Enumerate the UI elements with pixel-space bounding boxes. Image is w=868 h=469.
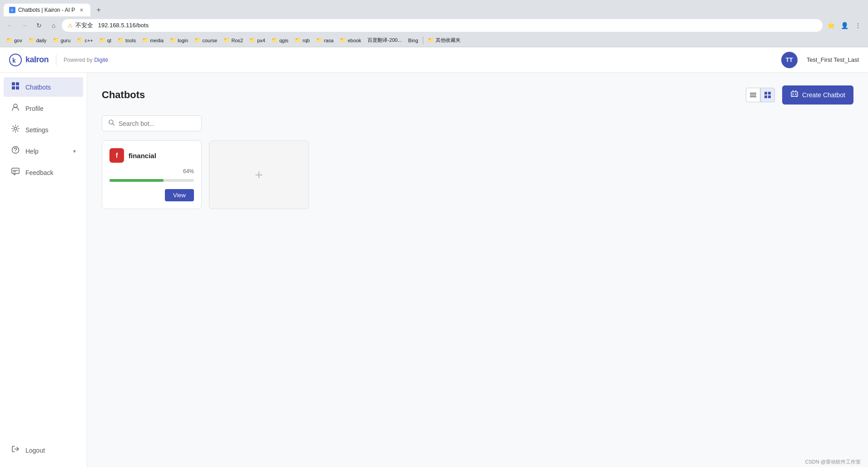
security-icon: ⚠ xyxy=(68,22,73,29)
menu-button[interactable]: ⋮ xyxy=(852,19,864,32)
powered-by: Powered by Digité xyxy=(64,57,108,63)
bookmark-ebook[interactable]: 📁ebook xyxy=(337,36,364,44)
folder-icon: 📁 xyxy=(142,37,149,43)
search-box xyxy=(102,115,202,131)
svg-rect-5 xyxy=(16,86,19,90)
powered-by-link[interactable]: Digité xyxy=(94,57,108,63)
bot-progress-bar-wrap xyxy=(109,179,194,182)
bots-grid: f financial 64% View + xyxy=(102,140,853,209)
forward-button[interactable]: → xyxy=(18,19,31,32)
sidebar-item-label: Profile xyxy=(25,105,44,112)
sidebar-item-logout[interactable]: Logout xyxy=(4,440,83,460)
bookmark-px4[interactable]: 📁px4 xyxy=(247,36,268,44)
svg-point-19 xyxy=(793,94,794,95)
bookmark-daily[interactable]: 📁daily xyxy=(26,36,50,44)
bookmark-qgis[interactable]: 📁qgis xyxy=(269,36,291,44)
sidebar-item-label: Chatbots xyxy=(25,84,51,91)
tab-title: Chatbots | Kairon - AI P xyxy=(18,7,75,13)
feedback-icon xyxy=(11,167,20,178)
home-button[interactable]: ⌂ xyxy=(47,19,60,32)
help-icon xyxy=(11,146,20,156)
sidebar-item-help[interactable]: Help ▾ xyxy=(4,141,83,161)
address-bar[interactable]: ⚠ 不安全 192.168.5.116/bots xyxy=(62,19,823,32)
sidebar-item-chatbots[interactable]: Chatbots xyxy=(4,77,83,97)
user-avatar[interactable]: TT xyxy=(781,52,798,68)
bot-progress-bar xyxy=(109,179,164,182)
folder-icon: 📁 xyxy=(272,37,278,43)
bookmark-guru[interactable]: 📁guru xyxy=(50,36,73,44)
back-button[interactable]: ← xyxy=(4,19,16,32)
folder-icon: 📁 xyxy=(99,37,106,43)
grid-view-icon xyxy=(764,91,771,99)
reload-button[interactable]: ↻ xyxy=(33,19,45,32)
bookmark-rqb[interactable]: 📁rqb xyxy=(292,36,312,44)
bookmark-baidu[interactable]: 百度翻译-200... xyxy=(365,36,404,45)
profile-button[interactable]: 👤 xyxy=(838,19,851,32)
sidebar-item-settings[interactable]: Settings xyxy=(4,120,83,140)
bookmark-cpp[interactable]: 📁c++ xyxy=(74,36,95,44)
bookmark-bing[interactable]: Bing xyxy=(406,37,421,44)
folder-icon: 📁 xyxy=(223,37,230,43)
bot-view-button[interactable]: View xyxy=(165,189,194,201)
svg-rect-3 xyxy=(16,82,19,85)
svg-rect-18 xyxy=(791,92,798,96)
folder-icon: 📁 xyxy=(194,37,201,43)
search-icon xyxy=(109,120,115,127)
bot-card-header: f financial xyxy=(109,148,194,163)
folder-icon: 📁 xyxy=(428,37,434,43)
svg-rect-11 xyxy=(750,93,756,94)
sidebar: Chatbots Profile Setti xyxy=(0,73,87,467)
list-view-button[interactable] xyxy=(746,88,760,102)
bookmark-login[interactable]: 📁login xyxy=(167,36,191,44)
bookmark-other[interactable]: 📁其他收藏夹 xyxy=(425,36,463,45)
footer-text: CSDN @雷动软件工作室 xyxy=(805,459,861,465)
svg-rect-14 xyxy=(764,92,767,95)
bookmark-separator xyxy=(423,37,423,44)
chatbots-icon xyxy=(11,82,20,92)
settings-icon xyxy=(11,125,20,135)
create-chatbot-label: Create Chatbot xyxy=(802,91,845,99)
add-bot-card[interactable]: + xyxy=(209,140,309,209)
bookmarks-bar: 📁gov 📁daily 📁guru 📁c++ 📁qt 📁tools 📁media… xyxy=(0,35,868,47)
tab-close-button[interactable]: ✕ xyxy=(78,6,85,14)
folder-icon: 📁 xyxy=(340,37,346,43)
sidebar-item-profile[interactable]: Profile xyxy=(4,99,83,118)
folder-icon: 📁 xyxy=(53,37,59,43)
view-toggle xyxy=(746,88,775,102)
folder-icon: 📁 xyxy=(29,37,35,43)
extensions-button[interactable]: ⭐ xyxy=(824,19,837,32)
tab-favicon: K xyxy=(9,7,15,13)
sidebar-item-feedback[interactable]: Feedback xyxy=(4,163,83,182)
svg-rect-13 xyxy=(750,96,756,97)
search-input[interactable] xyxy=(119,120,195,127)
svg-point-20 xyxy=(795,94,797,95)
bookmark-gov[interactable]: 📁gov xyxy=(4,36,25,44)
bookmark-ros2[interactable]: 📁Ros2 xyxy=(221,36,246,44)
logout-icon xyxy=(11,445,20,455)
svg-rect-2 xyxy=(12,82,15,85)
bot-progress-label: 64% xyxy=(183,168,194,175)
list-view-icon xyxy=(749,91,757,99)
bookmark-course[interactable]: 📁course xyxy=(192,36,220,44)
logo-area: k kaIron xyxy=(9,54,49,66)
folder-icon: 📁 xyxy=(118,37,124,43)
svg-rect-16 xyxy=(764,95,767,98)
svg-point-7 xyxy=(14,127,17,130)
bookmark-tools[interactable]: 📁tools xyxy=(115,36,139,44)
grid-view-button[interactable] xyxy=(760,88,775,102)
logo-text: kaIron xyxy=(25,55,49,65)
address-text: 不安全 192.168.5.116/bots xyxy=(75,21,817,30)
create-chatbot-button[interactable]: Create Chatbot xyxy=(782,85,853,105)
sidebar-item-label: Settings xyxy=(25,126,49,134)
user-name: Test_First Test_Last xyxy=(807,56,859,63)
app-header: k kaIron Powered by Digité TT Test_First… xyxy=(0,47,868,73)
folder-icon: 📁 xyxy=(316,37,322,43)
bookmark-qt[interactable]: 📁qt xyxy=(97,36,114,44)
bookmark-rasa[interactable]: 📁rasa xyxy=(313,36,336,44)
svg-text:k: k xyxy=(12,57,16,64)
svg-point-9 xyxy=(15,152,16,153)
profile-icon xyxy=(11,103,20,114)
new-tab-button[interactable]: + xyxy=(92,4,105,16)
bookmark-media[interactable]: 📁media xyxy=(139,36,166,44)
browser-tab[interactable]: K Chatbots | Kairon - AI P ✕ xyxy=(4,4,90,16)
